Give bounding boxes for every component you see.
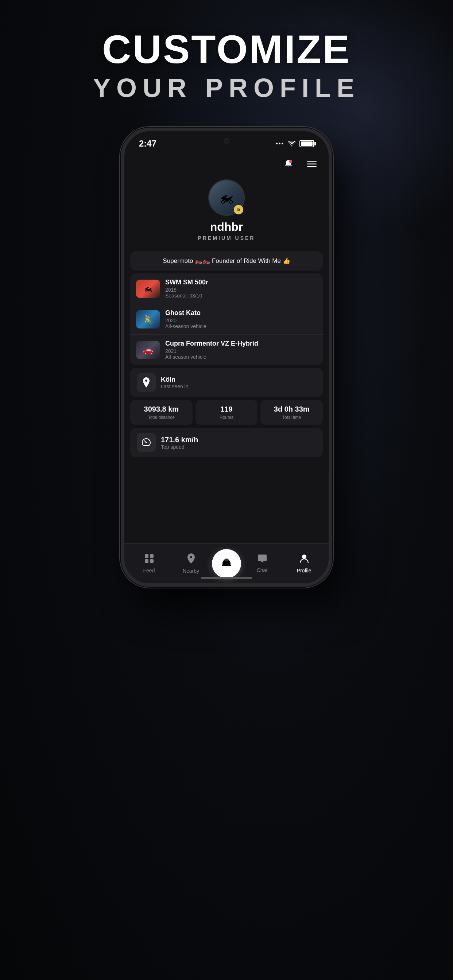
vehicle-year: 2020 [165, 318, 317, 323]
nav-item-nearby[interactable]: Nearby [170, 550, 212, 577]
vehicle-thumbnail: 🚗 [136, 341, 160, 359]
chat-icon [257, 554, 267, 566]
nav-center-button[interactable] [212, 549, 241, 578]
svg-rect-1 [307, 161, 317, 162]
svg-rect-2 [307, 164, 317, 165]
speed-info: 171.6 km/h Top speed [161, 436, 198, 450]
location-icon [137, 373, 156, 392]
profile-section: 5 ndhbr PREMIUM USER [124, 176, 329, 248]
vehicle-info: Ghost Kato 2020 All-season vehicle [165, 309, 317, 329]
camera-dot [223, 138, 230, 144]
vehicle-image: 🚴 [136, 310, 160, 328]
stat-label: Total distance [134, 415, 189, 420]
svg-point-0 [289, 160, 292, 163]
vehicle-season: All-season vehicle [165, 354, 317, 360]
vehicle-info: Cupra Formentor VZ E-Hybrid 2021 All-sea… [165, 340, 317, 360]
table-row[interactable]: 🏍 SWM SM 500r 2018 Seasonal: 03/10 [130, 274, 323, 304]
location-city: Köln [161, 376, 188, 383]
status-icons: ••• [276, 140, 314, 147]
nearby-icon [187, 553, 196, 566]
avatar-badge: 5 [234, 205, 243, 215]
table-row[interactable]: 🚴 Ghost Kato 2020 All-season vehicle [130, 304, 323, 335]
chat-label: Chat [257, 567, 268, 573]
stat-label: Routes [199, 415, 254, 420]
profile-label: Profile [297, 568, 311, 573]
profile-username: ndhbr [210, 220, 243, 234]
svg-rect-6 [150, 554, 153, 558]
stat-value: 3d 0h 33m [264, 405, 319, 414]
svg-point-4 [145, 442, 147, 443]
stat-routes: 119 Routes [196, 400, 258, 425]
bio-text: Supermoto 🏍️🏍️ Founder of Ride With Me 👍 [163, 258, 290, 264]
speedometer-icon [137, 433, 156, 452]
svg-rect-8 [150, 559, 153, 563]
location-info: Köln Last seen in [161, 376, 188, 390]
vehicle-thumbnail: 🏍 [136, 280, 160, 298]
avatar-container[interactable]: 5 [208, 180, 245, 216]
vehicle-name: SWM SM 500r [165, 278, 317, 286]
wifi-icon [288, 141, 296, 146]
menu-button[interactable] [304, 156, 320, 172]
svg-point-10 [302, 555, 306, 559]
nav-item-profile[interactable]: Profile [283, 550, 325, 576]
location-label: Last seen in [161, 383, 188, 390]
profile-role: PREMIUM USER [198, 235, 255, 241]
location-card[interactable]: Köln Last seen in [130, 368, 323, 397]
vehicle-name: Ghost Kato [165, 309, 317, 317]
stat-value: 119 [199, 405, 254, 414]
phone-frame: 2:47 ••• [121, 127, 332, 587]
home-indicator [201, 577, 252, 579]
svg-point-9 [224, 558, 229, 562]
speed-label: Top speed [161, 444, 198, 450]
vehicle-list: 🏍 SWM SM 500r 2018 Seasonal: 03/10 🚴 [130, 274, 323, 365]
vehicle-year: 2021 [165, 348, 317, 354]
stat-distance: 3093.8 km Total distance [130, 400, 193, 425]
svg-rect-5 [145, 554, 148, 558]
hero-title: CUSTOMIZE [0, 29, 453, 69]
vehicle-image: 🚗 [136, 341, 160, 359]
vehicle-name: Cupra Formentor VZ E-Hybrid [165, 340, 317, 347]
vehicle-year: 2018 [165, 287, 317, 293]
speed-card: 171.6 km/h Top speed [130, 428, 323, 457]
nav-item-chat[interactable]: Chat [241, 551, 283, 576]
hero-section: CUSTOMIZE YOUR PROFILE [0, 29, 453, 103]
svg-rect-7 [145, 559, 148, 563]
feed-icon [144, 554, 154, 566]
speed-value: 171.6 km/h [161, 436, 198, 444]
stat-value: 3093.8 km [134, 405, 189, 414]
bio-card: Supermoto 🏍️🏍️ Founder of Ride With Me 👍 [130, 251, 323, 270]
nav-item-feed[interactable]: Feed [128, 550, 170, 576]
profile-icon [300, 554, 309, 566]
vehicle-thumbnail: 🚴 [136, 310, 160, 328]
feed-label: Feed [144, 568, 155, 573]
stats-row: 3093.8 km Total distance 119 Routes 3d 0… [130, 400, 323, 425]
screen: 2:47 ••• [124, 131, 329, 583]
scroll-content[interactable]: 5 ndhbr PREMIUM USER Supermoto 🏍️🏍️ Foun… [124, 153, 329, 583]
battery-icon [300, 140, 314, 147]
stat-time: 3d 0h 33m Total time [260, 400, 323, 425]
stat-label: Total time [264, 415, 319, 420]
svg-rect-3 [307, 166, 317, 167]
signal-dots-icon: ••• [276, 140, 284, 147]
vehicle-image: 🏍 [136, 280, 160, 298]
vehicle-season: All-season vehicle [165, 323, 317, 329]
nearby-label: Nearby [183, 568, 199, 574]
notification-button[interactable] [281, 156, 297, 172]
status-time: 2:47 [139, 138, 156, 149]
hero-subtitle: YOUR PROFILE [0, 73, 453, 103]
table-row[interactable]: 🚗 Cupra Formentor VZ E-Hybrid 2021 All-s… [130, 335, 323, 365]
vehicle-season: Seasonal: 03/10 [165, 293, 317, 299]
vehicle-info: SWM SM 500r 2018 Seasonal: 03/10 [165, 278, 317, 299]
top-bar [124, 153, 329, 176]
